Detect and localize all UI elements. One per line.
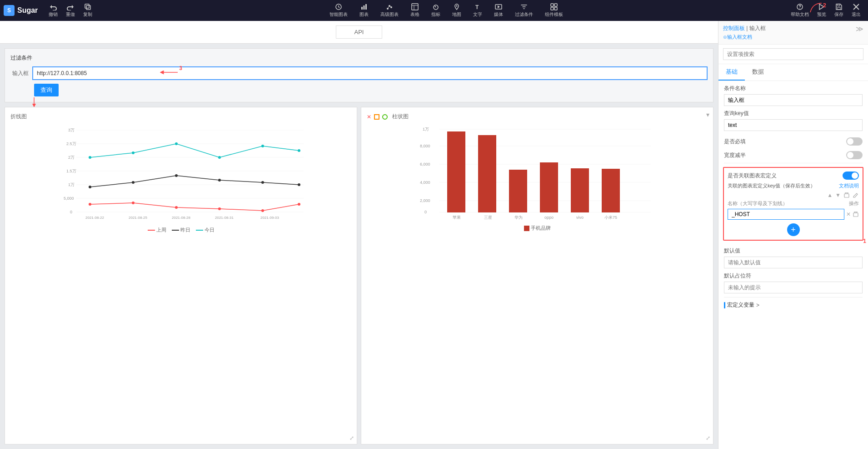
svg-text:2021-09-03: 2021-09-03	[260, 216, 279, 220]
condition-name-input[interactable]	[724, 94, 863, 106]
svg-point-62	[132, 202, 135, 204]
chart-tool[interactable]: 图表	[355, 1, 373, 20]
bar-orange-icon[interactable]	[374, 114, 379, 120]
half-width-row: 宽度减半	[718, 148, 868, 163]
svg-point-58	[218, 179, 221, 182]
add-macro-button[interactable]: +	[787, 223, 800, 236]
svg-text:3万: 3万	[68, 128, 75, 132]
svg-text:三星: 三星	[484, 215, 492, 220]
undo-button[interactable]: 撤销	[45, 1, 61, 20]
svg-rect-81	[509, 170, 527, 212]
required-toggle[interactable]	[846, 137, 863, 146]
svg-rect-4	[363, 5, 364, 10]
macro-section: 宏定义变量 >	[718, 298, 868, 313]
logo-icon: S	[4, 5, 15, 16]
host-name-input[interactable]	[728, 209, 844, 220]
sort-up-icon[interactable]: ▲	[827, 192, 833, 198]
svg-rect-82	[540, 162, 558, 212]
app-logo: S Sugar	[4, 5, 38, 16]
svg-text:1.5万: 1.5万	[66, 169, 76, 173]
action-col-header: 操作	[841, 200, 859, 207]
svg-text:2021-08-31: 2021-08-31	[215, 216, 234, 220]
assoc-key-label: 关联的图表宏定义key值（保存后生效）	[728, 182, 815, 189]
charts-row: 折线图 3万 2.5万 2万 1.5万 1万 5,000 0	[5, 107, 713, 444]
tab-basic[interactable]: 基础	[718, 64, 745, 81]
panel-breadcrumb: 控制面板 | 输入框	[723, 25, 852, 32]
smart-chart-tool[interactable]: 智能图表	[325, 1, 352, 20]
toolbar: S Sugar 撤销 重做 复制 智能图表 图表 高级图表	[0, 0, 868, 21]
copy-button[interactable]: 复制	[80, 1, 96, 20]
assoc-toggle[interactable]	[843, 172, 859, 180]
exit-button[interactable]: 退出	[848, 1, 864, 20]
svg-text:1万: 1万	[423, 127, 429, 131]
query-key-input[interactable]	[724, 119, 863, 131]
preview-button[interactable]: 预览	[813, 1, 830, 20]
panel-doc-link[interactable]: ⊙输入框文档	[723, 34, 852, 40]
assoc-doc-link[interactable]: 文档说明	[839, 182, 859, 189]
sort-down-icon[interactable]: ▼	[835, 192, 841, 198]
tab-data[interactable]: 数据	[745, 64, 771, 81]
line-chart-title: 折线图	[10, 113, 351, 121]
svg-text:0: 0	[70, 210, 72, 214]
toolbar-actions: 撤销 重做 复制	[45, 1, 96, 20]
svg-rect-20	[554, 7, 557, 10]
redo-button[interactable]: 重做	[62, 1, 79, 20]
media-tool[interactable]: 媒体	[489, 1, 508, 20]
svg-text:oppo: oppo	[544, 215, 554, 220]
default-value-input[interactable]	[724, 257, 863, 268]
svg-rect-3	[361, 7, 363, 10]
filter-tool[interactable]: 过滤条件	[510, 1, 538, 20]
default-placeholder-input[interactable]	[724, 282, 863, 293]
query-button[interactable]: 查询	[34, 84, 59, 96]
text-tool[interactable]: T 文字	[469, 1, 487, 20]
bar-close-icon[interactable]: ✕	[367, 114, 371, 120]
svg-point-22	[799, 8, 800, 9]
bar-green-icon[interactable]	[382, 114, 388, 120]
filter-section: 过滤条件 输入框 查询 4 3	[5, 48, 713, 102]
svg-point-57	[175, 174, 178, 177]
svg-point-66	[298, 203, 300, 206]
bar-chart-expand[interactable]: ⤢	[706, 435, 710, 441]
svg-marker-23	[819, 4, 824, 10]
name-delete-icon[interactable]	[853, 211, 859, 217]
svg-text:0: 0	[424, 210, 427, 214]
api-label: API	[336, 25, 383, 39]
svg-rect-95	[853, 213, 858, 217]
svg-point-50	[132, 151, 135, 154]
svg-point-59	[261, 181, 264, 184]
input-label: 输入框	[10, 70, 29, 77]
required-label: 是否必填	[724, 138, 746, 146]
svg-rect-91	[844, 194, 849, 197]
assoc-table-label: 是否关联图表宏定义	[728, 172, 777, 180]
filter-input-field[interactable]	[32, 66, 708, 80]
line-chart-expand[interactable]: ⤢	[349, 435, 354, 441]
column-headers: 名称（大写字母及下划线） 操作	[728, 200, 859, 207]
api-bar: API	[0, 21, 718, 44]
breadcrumb-parent[interactable]: 控制面板	[723, 25, 745, 31]
macro-link[interactable]: 宏定义变量 >	[724, 301, 863, 309]
default-placeholder-section: 默认占位符	[718, 269, 868, 297]
save-button[interactable]: 保存	[831, 1, 847, 20]
table-tool[interactable]: 表格	[406, 1, 424, 20]
panel-collapse-icon[interactable]: ≫	[856, 25, 863, 33]
bar-chart-svg: 1万 8,000 6,000 4,000 2,000 0	[367, 122, 708, 222]
name-clear-icon[interactable]: ✕	[846, 211, 851, 217]
edit-icon[interactable]	[853, 192, 859, 198]
svg-point-56	[132, 181, 135, 184]
advanced-chart-tool[interactable]: 高级图表	[376, 1, 403, 20]
svg-text:1万: 1万	[68, 182, 75, 187]
bar-chart-title: 柱状图	[392, 113, 409, 121]
svg-point-63	[175, 206, 178, 209]
trash-icon[interactable]	[843, 192, 850, 198]
bar-chart-panel: ✕ 柱状图 1万 8,000 6,000 4,000 2,000 0	[361, 107, 713, 444]
map-tool[interactable]: 地图	[448, 1, 466, 20]
svg-point-51	[175, 142, 178, 145]
help-doc-button[interactable]: 帮助文档	[787, 1, 813, 20]
bar-chart-dropdown[interactable]: ▾	[706, 111, 709, 118]
panel-search-input[interactable]	[723, 48, 863, 60]
component-template-tool[interactable]: 组件模板	[540, 1, 568, 20]
indicator-tool[interactable]: 指标	[427, 1, 445, 20]
half-width-toggle[interactable]	[846, 151, 863, 159]
svg-point-65	[261, 209, 264, 212]
svg-rect-84	[602, 169, 620, 212]
